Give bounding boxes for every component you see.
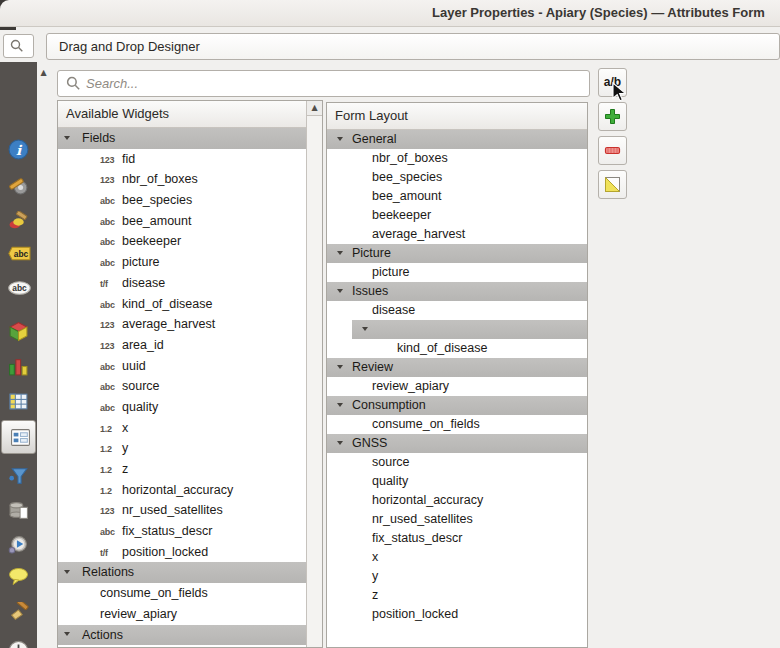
- widget-item[interactable]: abcpicture: [58, 252, 307, 273]
- form-item-label: average_harvest: [372, 227, 465, 241]
- chevron-down-icon[interactable]: [337, 289, 343, 293]
- form-item[interactable]: bee_amount: [327, 187, 587, 206]
- form-item[interactable]: average_harvest: [327, 225, 587, 244]
- invert-selection-button[interactable]: [598, 170, 627, 199]
- widget-item[interactable]: consume_on_fields: [58, 583, 307, 604]
- scroll-up-icon[interactable]: ▲: [307, 101, 322, 116]
- chevron-down-icon[interactable]: [337, 137, 343, 141]
- properties-search-box[interactable]: [3, 34, 34, 58]
- sidebar-item-attributes-form[interactable]: [1, 420, 36, 454]
- widget-item[interactable]: abcuuid: [58, 356, 307, 377]
- sidebar-item-rendering[interactable]: [0, 596, 37, 630]
- form-group-unnamed[interactable]: [352, 320, 587, 339]
- widget-item[interactable]: 1.2y: [58, 438, 307, 459]
- available-widgets-scrollbar[interactable]: ▲: [306, 101, 322, 647]
- layer-properties-dialog: Layer Properties - Apiary (Species) — At…: [0, 0, 780, 648]
- chevron-down-icon[interactable]: [337, 365, 343, 369]
- form-item[interactable]: fix_status_descr: [327, 529, 587, 548]
- form-item[interactable]: beekeeper: [327, 206, 587, 225]
- widget-item[interactable]: 123nbr_of_boxes: [58, 169, 307, 190]
- widget-item[interactable]: 123average_harvest: [58, 314, 307, 335]
- form-item[interactable]: position_locked: [327, 605, 587, 624]
- form-item[interactable]: disease: [327, 301, 587, 320]
- form-item[interactable]: consume_on_fields: [327, 415, 587, 434]
- widget-item[interactable]: abcquality: [58, 397, 307, 418]
- form-item[interactable]: x: [327, 548, 587, 567]
- sidebar-item-symbology[interactable]: [0, 205, 37, 239]
- search-input[interactable]: [86, 72, 586, 95]
- widget-group-actions[interactable]: Actions: [58, 625, 307, 646]
- form-group-issues[interactable]: Issues: [327, 282, 587, 301]
- sidebar-item-labels[interactable]: abc: [0, 240, 37, 274]
- sidebar-scroll-up-button[interactable]: ▲: [36, 66, 51, 79]
- sidebar-item-masks[interactable]: abc: [0, 274, 37, 308]
- widget-item[interactable]: t/fdisease: [58, 273, 307, 294]
- chevron-down-icon[interactable]: [337, 403, 343, 407]
- svg-text:abc: abc: [12, 283, 27, 293]
- form-group-gnss[interactable]: GNSS: [327, 434, 587, 453]
- widget-item[interactable]: t/fposition_locked: [58, 542, 307, 563]
- widget-item[interactable]: abcfix_status_descr: [58, 521, 307, 542]
- field-type-icon: abc: [100, 522, 122, 543]
- widget-item[interactable]: abcbeekeeper: [58, 231, 307, 252]
- form-item-label: fix_status_descr: [372, 531, 462, 545]
- form-group-consumption[interactable]: Consumption: [327, 396, 587, 415]
- sidebar-item-information[interactable]: i: [0, 133, 37, 167]
- svg-text:abc: abc: [14, 249, 29, 259]
- form-layout-header: Form Layout: [327, 103, 587, 130]
- sidebar-item-actions[interactable]: [0, 528, 37, 562]
- form-item[interactable]: y: [327, 567, 587, 586]
- form-item[interactable]: review_apiary: [327, 377, 587, 396]
- widget-item[interactable]: abcbee_amount: [58, 211, 307, 232]
- widget-item[interactable]: review_apiary: [58, 604, 307, 625]
- form-item[interactable]: picture: [327, 263, 587, 282]
- form-item[interactable]: source: [327, 453, 587, 472]
- form-editor-selector[interactable]: Drag and Drop Designer: [46, 33, 780, 60]
- sidebar-item-joins[interactable]: [0, 459, 37, 493]
- form-item[interactable]: kind_of_disease: [327, 339, 587, 358]
- sidebar-item-diagrams[interactable]: [0, 350, 37, 384]
- form-group-picture[interactable]: Picture: [327, 244, 587, 263]
- widget-item[interactable]: 1.2horizontal_accuracy: [58, 480, 307, 501]
- widget-group-fields[interactable]: Fields: [58, 128, 307, 149]
- sidebar-item-3d-view[interactable]: [0, 315, 37, 349]
- sidebar-item-fields[interactable]: [0, 385, 37, 419]
- form-group-review[interactable]: Review: [327, 358, 587, 377]
- widget-item[interactable]: 1.2z: [58, 459, 307, 480]
- widget-item-label: picture: [122, 255, 160, 269]
- sidebar-item-temporal[interactable]: [0, 634, 37, 648]
- field-type-icon: t/f: [100, 274, 122, 295]
- widget-item[interactable]: 1.2x: [58, 418, 307, 439]
- chevron-down-icon[interactable]: [337, 251, 343, 255]
- field-type-icon: abc: [100, 398, 122, 419]
- widget-item[interactable]: 123area_id: [58, 335, 307, 356]
- widget-item[interactable]: abcsource: [58, 376, 307, 397]
- sidebar-item-display[interactable]: [0, 561, 37, 595]
- chevron-down-icon[interactable]: [64, 632, 70, 636]
- form-item[interactable]: nr_used_satellites: [327, 510, 587, 529]
- form-item[interactable]: horizontal_accuracy: [327, 491, 587, 510]
- sidebar-item-auxiliary-storage[interactable]: [0, 494, 37, 528]
- chevron-down-icon[interactable]: [362, 327, 368, 331]
- widget-item[interactable]: abcbee_species: [58, 190, 307, 211]
- widget-item-label: quality: [122, 400, 158, 414]
- form-item[interactable]: nbr_of_boxes: [327, 149, 587, 168]
- widget-item[interactable]: abckind_of_disease: [58, 294, 307, 315]
- chevron-down-icon[interactable]: [64, 570, 70, 574]
- remove-item-button[interactable]: [598, 136, 627, 165]
- form-item-label: x: [372, 550, 378, 564]
- widget-group-relations[interactable]: Relations: [58, 562, 307, 583]
- form-item-label: bee_species: [372, 170, 442, 184]
- chevron-down-icon[interactable]: [337, 441, 343, 445]
- form-item[interactable]: quality: [327, 472, 587, 491]
- form-item[interactable]: z: [327, 586, 587, 605]
- form-group-general[interactable]: General: [327, 130, 587, 149]
- form-item-label: nr_used_satellites: [372, 512, 473, 526]
- widget-item[interactable]: 123fid: [58, 149, 307, 170]
- form-item[interactable]: bee_species: [327, 168, 587, 187]
- chevron-down-icon[interactable]: [64, 136, 70, 140]
- widget-item-label: consume_on_fields: [100, 586, 208, 600]
- widget-item[interactable]: 123nr_used_satellites: [58, 500, 307, 521]
- sidebar-item-source[interactable]: [0, 169, 37, 203]
- group-label: Issues: [343, 284, 388, 298]
